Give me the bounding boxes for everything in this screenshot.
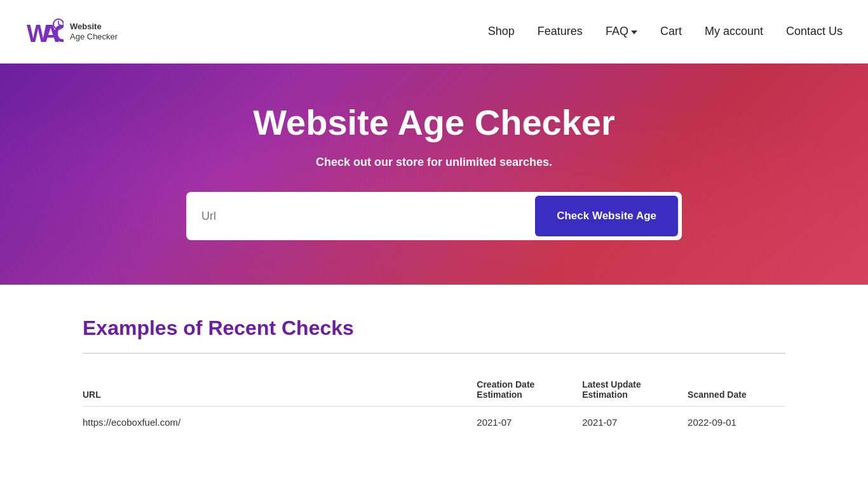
cell-url: https://ecoboxfuel.com/ [83, 407, 469, 438]
col-header-scanned: Scanned Date [680, 373, 785, 407]
check-age-button[interactable]: Check Website Age [535, 196, 678, 236]
col-header-latest: Latest Update Estimation [574, 373, 680, 407]
cell-latest: 2021-07 [574, 407, 680, 438]
nav-my-account[interactable]: My account [705, 25, 763, 38]
section-title: Examples of Recent Checks [83, 316, 785, 340]
nav-faq[interactable]: FAQ [606, 25, 637, 38]
checks-table: URL Creation Date Estimation Latest Upda… [83, 373, 785, 438]
hero-subtitle: Check out our store for unlimited search… [25, 156, 843, 169]
table-body: https://ecoboxfuel.com/ 2021-07 2021-07 … [83, 407, 785, 438]
faq-chevron-down-icon [631, 30, 637, 34]
wac-logo-icon: W A C [25, 13, 64, 51]
nav-contact-us[interactable]: Contact Us [786, 25, 843, 38]
search-bar: Check Website Age [186, 192, 682, 240]
site-header: W A C Website Age Checker Shop Features … [0, 0, 868, 64]
nav-cart[interactable]: Cart [660, 25, 682, 38]
nav-features[interactable]: Features [538, 25, 583, 38]
hero-section: Website Age Checker Check out our store … [0, 64, 868, 285]
nav-shop[interactable]: Shop [488, 25, 515, 38]
cell-creation: 2021-07 [469, 407, 574, 438]
url-input[interactable] [186, 196, 531, 237]
logo[interactable]: W A C Website Age Checker [25, 13, 118, 51]
logo-line2: Age Checker [70, 32, 118, 42]
main-content: Examples of Recent Checks URL Creation D… [0, 285, 868, 476]
section-divider [83, 353, 785, 354]
col-header-creation: Creation Date Estimation [469, 373, 574, 407]
col-header-url: URL [83, 373, 469, 407]
table-row: https://ecoboxfuel.com/ 2021-07 2021-07 … [83, 407, 785, 438]
logo-line1: Website [70, 22, 118, 32]
hero-title: Website Age Checker [25, 102, 843, 143]
logo-text: Website Age Checker [70, 22, 118, 41]
table-header: URL Creation Date Estimation Latest Upda… [83, 373, 785, 407]
main-nav: Shop Features FAQ Cart My account Contac… [488, 25, 843, 38]
cell-scanned: 2022-09-01 [680, 407, 785, 438]
